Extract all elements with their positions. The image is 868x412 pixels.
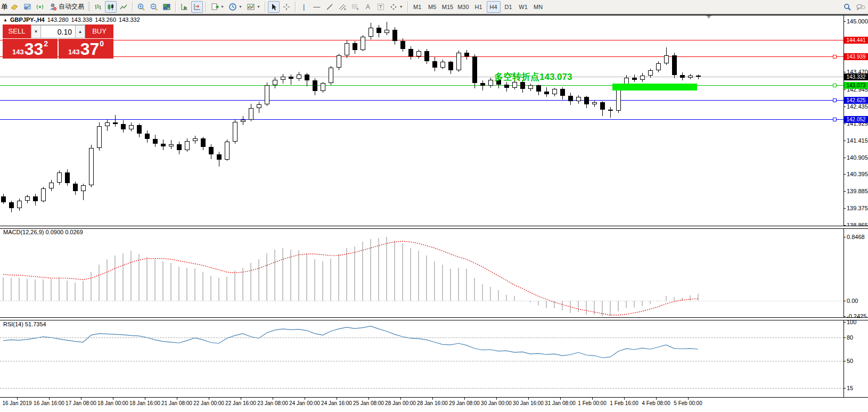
timeframe-w1[interactable]: W1 (517, 1, 530, 13)
price-level-line-142.625[interactable] (0, 100, 844, 101)
price-level-line-142.052[interactable] (0, 119, 844, 120)
price-level-line-143.073[interactable] (0, 85, 844, 86)
macd-tick-dash (844, 237, 846, 237)
signal-button[interactable] (34, 1, 46, 13)
cursor-button[interactable] (268, 1, 280, 13)
time-label: 30 Jan 00:00 (481, 400, 512, 406)
price-level-line-144.441[interactable] (0, 40, 844, 40)
candle (592, 102, 597, 104)
highlight-rectangle[interactable] (612, 84, 697, 90)
sell-price-box[interactable]: 143 33 2 (3, 39, 58, 59)
buy-button[interactable]: BUY (85, 24, 113, 38)
time-label: 18 Jan 16:00 (129, 400, 160, 406)
collapse-panel-icon[interactable]: ▲ (3, 18, 7, 22)
fibonacci-icon: F (351, 3, 359, 11)
rsi-tick-dash (844, 361, 846, 361)
candle (329, 68, 333, 83)
candle (504, 85, 509, 88)
zoom-out-icon (150, 3, 158, 11)
candle (656, 63, 661, 70)
profiles-dropdown[interactable]: ▼ (227, 1, 244, 13)
timeframe-m30[interactable]: M30 (456, 1, 470, 13)
macd-pane-splitter[interactable] (0, 226, 868, 229)
market-watch-button[interactable] (21, 1, 33, 13)
candle (640, 76, 645, 80)
trendline-button[interactable] (324, 1, 335, 13)
rsi-pane-splitter[interactable] (0, 317, 868, 320)
text-button[interactable]: A (362, 1, 374, 13)
timeframe-h1[interactable]: H1 (472, 1, 486, 13)
chart-shift-button[interactable] (191, 1, 203, 13)
volume-increase-button[interactable]: ▲ (75, 25, 85, 38)
ohlc-high: 143.338 (71, 17, 93, 23)
trendline-icon (325, 3, 334, 11)
timeframe-m5[interactable]: M5 (425, 1, 439, 13)
arrows-dropdown[interactable]: ▼ (388, 1, 405, 13)
zoom-in-button[interactable] (135, 1, 147, 13)
price-level-line-143.332[interactable] (0, 77, 844, 77)
time-tick (145, 398, 145, 400)
volume-input[interactable]: 0.10 (41, 25, 75, 38)
candle (297, 75, 301, 79)
level-marker-142.052[interactable] (833, 118, 837, 121)
toolbar-separator (175, 2, 176, 12)
price-tick-label: 141.415 (847, 137, 868, 144)
timeframe-mn[interactable]: MN (531, 1, 545, 13)
time-label: 31 Jan 08:00 (545, 400, 576, 406)
timeframe-h4[interactable]: H4 (487, 1, 501, 13)
price-tick-dash (844, 72, 846, 72)
level-marker-142.625[interactable] (833, 98, 837, 102)
vertical-line-button[interactable]: | (298, 1, 310, 13)
time-label: 1 Feb 00:00 (578, 400, 606, 406)
rsi-tick-label: 15 (847, 385, 853, 391)
candlestick-chart-button[interactable] (105, 1, 117, 13)
line-chart-button[interactable] (118, 1, 129, 13)
price-tick-dash (844, 106, 846, 107)
candle-wick (115, 115, 116, 127)
bar-chart-button[interactable] (92, 1, 104, 13)
price-tick-label: 140.395 (847, 171, 868, 177)
candle (528, 85, 533, 89)
text-label-button[interactable]: T (375, 1, 387, 13)
toolbar-grip[interactable] (88, 2, 90, 12)
svg-text:F: F (357, 7, 359, 11)
search-button[interactable] (841, 1, 853, 13)
channel-icon: E (338, 3, 347, 11)
zoom-out-button[interactable] (148, 1, 160, 13)
candle (576, 97, 581, 101)
level-marker-143.073[interactable] (833, 84, 837, 87)
crosshair-button[interactable] (281, 1, 292, 13)
time-label: 24 Jan 16:00 (321, 400, 352, 406)
fibonacci-button[interactable]: F (349, 1, 361, 13)
chart-shift-marker[interactable] (706, 15, 711, 19)
buy-price-box[interactable]: 143 37 0 (59, 39, 113, 59)
price-level-line-143.939[interactable] (0, 56, 844, 57)
text-label-icon: T (376, 3, 385, 11)
new-chart-dropdown[interactable]: ▼ (209, 1, 226, 13)
timeframe-d1[interactable]: D1 (502, 1, 515, 13)
tile-windows-button[interactable] (161, 1, 173, 13)
chat-button[interactable] (854, 1, 867, 13)
candle (201, 138, 206, 147)
level-marker-143.939[interactable] (833, 55, 837, 59)
channel-button[interactable]: E (337, 1, 348, 13)
auto-trading-button[interactable]: 自动交易 (47, 1, 86, 13)
time-tick (592, 398, 593, 400)
price-tick-dash (844, 21, 846, 22)
horizontal-line-button[interactable]: — (311, 1, 323, 13)
time-label: 5 Feb 00:00 (674, 400, 702, 406)
candle (440, 62, 445, 68)
candle (408, 49, 413, 56)
auto-scroll-button[interactable] (178, 1, 190, 13)
volume-decrease-button[interactable]: ▼ (31, 25, 41, 38)
sell-button[interactable]: SELL (3, 24, 31, 38)
timeframe-m1[interactable]: M1 (411, 1, 424, 13)
pivot-annotation-text[interactable]: 多空转折点143.073 (494, 71, 572, 83)
timeframe-m15[interactable]: M15 (440, 1, 455, 13)
vertical-line-icon: | (303, 3, 305, 11)
new-order-button[interactable] (9, 1, 20, 13)
new-order-label[interactable]: 单 (1, 2, 7, 12)
rsi-line (0, 320, 844, 397)
candle (217, 154, 222, 160)
indicators-dropdown[interactable]: ▼ (245, 1, 262, 13)
